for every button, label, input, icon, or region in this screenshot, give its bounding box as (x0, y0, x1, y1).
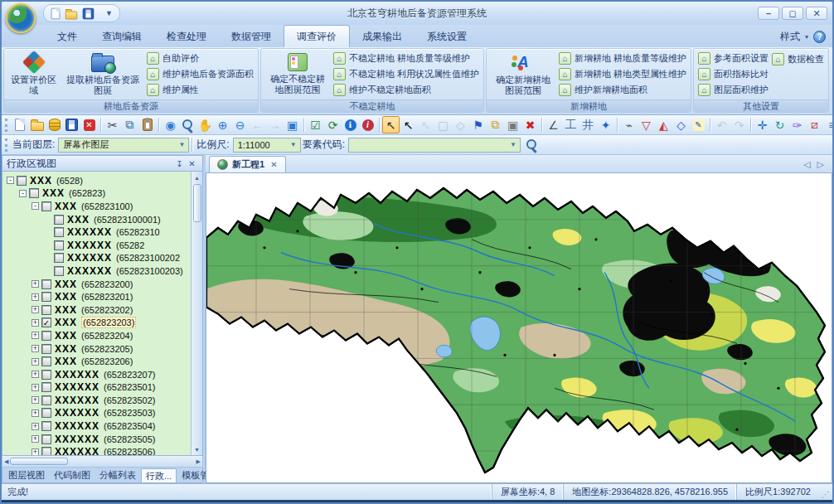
toolbar-edit-cursor[interactable]: ↖ (400, 116, 417, 133)
toolbar-edit-polygon-tool[interactable]: ✎ (690, 116, 707, 133)
toolbar-compass-tool[interactable]: ✦ (597, 116, 614, 133)
tree-item[interactable]: +XXX(652823205) (5, 342, 191, 356)
toolbar-grid-measure-tool[interactable]: 井 (579, 116, 597, 133)
tree-item[interactable]: +XXXXXX(652823505) (5, 433, 191, 446)
open-folder-icon[interactable] (65, 11, 77, 19)
toolbar-vertical-measure-tool[interactable]: 工 (562, 116, 579, 133)
tree-item[interactable]: +XXXXXX(652823501) (5, 381, 191, 395)
tree-checkbox[interactable] (41, 421, 51, 431)
tree-checkbox[interactable] (54, 266, 64, 276)
scroll-down-icon[interactable]: ▼ (194, 444, 200, 454)
tree-item[interactable]: XXXXXX(652823100203) (5, 264, 191, 278)
map-canvas[interactable] (206, 173, 832, 483)
toolbar-snap-tool[interactable]: ⌁ (620, 116, 638, 133)
tree-checkbox[interactable] (41, 356, 51, 366)
app-globe-icon[interactable] (6, 3, 36, 33)
current-layer-select[interactable]: 屏幕作图层 ▼ (58, 138, 189, 153)
toolbar-copy-feature[interactable]: ⧉ (487, 116, 504, 133)
toolbar-cut[interactable]: ✂ (104, 116, 121, 133)
define-unstable-parcel-extent-button[interactable]: 确定不稳定耕地图斑范围 (265, 51, 330, 98)
toolbar-copy[interactable]: ⧉ (121, 116, 138, 133)
expand-box-icon[interactable]: + (32, 319, 39, 327)
tree-checkbox[interactable] (41, 344, 51, 354)
toolbar-next-view[interactable]: → (266, 116, 284, 133)
feature-code-select[interactable]: ▼ (348, 138, 521, 153)
maintain-reserve-area-button[interactable]: ⌂维护耕地后备资源面积 (147, 68, 254, 80)
scrollbar-thumb[interactable] (10, 458, 68, 465)
tree-vertical-scrollbar[interactable]: ▲ ▼ (191, 172, 202, 455)
feature-code-search-button[interactable] (523, 136, 541, 153)
panel-tab[interactable]: 代码制图 (50, 468, 95, 482)
tree-item[interactable]: +XXX(652823206) (5, 355, 191, 368)
expand-box-icon[interactable]: + (32, 293, 39, 301)
tree-item[interactable]: +XXXXXX(652823506) (5, 445, 191, 455)
new-quality-grade-button[interactable]: ⌂新增耕地 耕地质量等级维护 (559, 52, 686, 65)
tree-checkbox[interactable] (41, 382, 51, 392)
tab-scroll-right-icon[interactable]: ▷ (817, 159, 824, 170)
collapse-box-icon[interactable]: - (7, 177, 14, 184)
toolbar-delete-feature[interactable]: ✖ (521, 116, 539, 133)
tree-checkbox[interactable] (41, 201, 51, 211)
expand-box-icon[interactable]: + (32, 371, 39, 378)
set-evaluation-area-button[interactable]: 设置评价区域 (8, 51, 59, 98)
toolbar-reshape-feature[interactable]: ✑ (788, 116, 806, 133)
panel-close-icon[interactable]: ✕ (186, 158, 198, 169)
panel-tab[interactable]: 图层视图 (4, 468, 49, 482)
toolbar-previous-view[interactable]: ← (249, 116, 266, 133)
tree-checkbox[interactable] (41, 305, 51, 315)
ribbon-tab[interactable]: 数据管理 (219, 26, 284, 47)
collapse-box-icon[interactable]: - (19, 190, 27, 197)
ribbon-tab[interactable]: 查询编辑 (90, 26, 154, 47)
toolbar-flag-tool[interactable]: ⚑ (469, 116, 487, 133)
data-check-button[interactable]: ⌂数据检查 (772, 53, 824, 65)
tree-item[interactable]: XXXXXX(65282310 (5, 225, 191, 239)
toolbar-grip[interactable] (5, 119, 7, 132)
new-document-icon[interactable] (51, 7, 61, 19)
toolbar-select-by-polygon[interactable]: ◇ (452, 116, 469, 133)
tree-item[interactable]: +XXX(652823200) (5, 278, 191, 291)
unstable-quality-grade-button[interactable]: ⌂不稳定耕地 耕地质量等级维护 (333, 52, 479, 65)
tree-item[interactable]: +XXXXXX(652823503) (5, 407, 191, 420)
tree-item[interactable]: XXXXXX(652823100202 (5, 252, 191, 265)
expand-box-icon[interactable]: + (32, 448, 39, 455)
maintain-new-area-button[interactable]: ⌂维护新增耕地面积 (559, 84, 686, 96)
toolbar-zoom-full-extent[interactable]: ◉ (162, 116, 179, 133)
expand-box-icon[interactable]: + (32, 410, 39, 417)
toolbar-undo[interactable]: ↶ (713, 116, 730, 133)
tree-item[interactable]: XXX(652823100001) (5, 213, 191, 226)
scroll-left-icon[interactable]: ◀ (4, 457, 8, 467)
ribbon-tab[interactable]: 调查评价 (284, 25, 350, 47)
expand-box-icon[interactable]: + (32, 306, 39, 313)
toolbar-attribute-info[interactable]: i (359, 116, 376, 133)
tree-checkbox[interactable]: ✓ (41, 317, 51, 327)
tree-checkbox[interactable] (41, 395, 51, 405)
define-new-parcel-extent-button[interactable]: A 确定新增耕地图斑范围 (491, 51, 555, 98)
toolbar-multi-select[interactable]: ↖ (417, 116, 434, 133)
toolbar-more-tools[interactable]: ≡ (823, 116, 832, 133)
new-type-attribute-button[interactable]: ⌂新增耕地 耕地类型属性维护 (559, 68, 686, 80)
unstable-usage-attribute-button[interactable]: ⌂不稳定耕地 利用状况属性值维护 (333, 68, 479, 80)
toolbar-open-folder[interactable] (28, 116, 46, 133)
area-indicator-compare-button[interactable]: ⌂面积指标比对 (698, 68, 769, 80)
tree-item[interactable]: +XXXXXX(652823207) (5, 368, 191, 381)
ribbon-tab[interactable]: 系统设置 (415, 26, 479, 47)
layer-area-maintain-button[interactable]: ⌂图层面积维护 (698, 84, 769, 96)
tree-item[interactable]: +XXX(652823201) (5, 290, 191, 303)
map-tab-close-icon[interactable]: ✕ (270, 160, 277, 169)
tree-item[interactable]: -XXX(652823) (5, 187, 191, 201)
tree-checkbox[interactable] (17, 176, 27, 186)
help-icon[interactable]: ? (813, 31, 826, 43)
toolbar-zoom-to-rectangle[interactable]: ▣ (284, 116, 301, 133)
resize-grip[interactable]: ⋰ (819, 484, 832, 500)
toolbar-close-project[interactable]: ✕ (80, 116, 98, 133)
scrollbar-thumb[interactable] (193, 184, 201, 222)
panel-tab[interactable]: 行政... (141, 468, 177, 482)
expand-box-icon[interactable]: + (32, 358, 39, 366)
toolbar-zoom-out[interactable]: ⊖ (231, 116, 249, 133)
expand-box-icon[interactable]: + (32, 435, 39, 443)
ribbon-tab[interactable]: 文件 (45, 26, 90, 47)
toolbar-save[interactable] (63, 116, 80, 133)
qat-customize-arrow-icon[interactable]: ▼ (105, 9, 113, 17)
tree-item[interactable]: -XXX(652823100) (5, 200, 191, 213)
expand-box-icon[interactable]: + (32, 396, 39, 404)
